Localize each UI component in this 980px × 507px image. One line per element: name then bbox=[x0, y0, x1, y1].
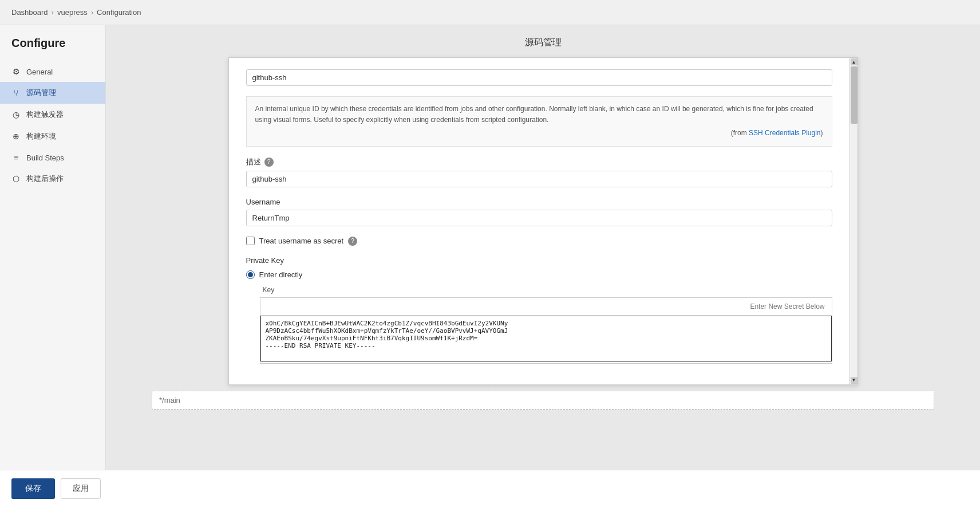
sidebar: Configure ⚙ General ⑂ 源码管理 ◷ 构建触发器 ⊕ 构建环… bbox=[0, 25, 106, 506]
apply-button[interactable]: 应用 bbox=[61, 478, 101, 499]
hexagon-icon: ⬡ bbox=[11, 174, 21, 183]
treat-username-row: Treat username as secret ? bbox=[246, 237, 832, 246]
info-from: (from SSH Credentials Plugin) bbox=[255, 128, 823, 139]
username-group: Username bbox=[246, 198, 832, 226]
id-field-group bbox=[246, 69, 832, 86]
breadcrumb-configuration: Configuration bbox=[97, 8, 141, 17]
bg-input: */main bbox=[152, 391, 934, 410]
sidebar-item-post-build[interactable]: ⬡ 构建后操作 bbox=[0, 168, 105, 190]
bottom-bar: 保存 应用 bbox=[0, 470, 980, 507]
key-textarea[interactable]: x0hC/BkCgYEAICnB+BJEwUtWAC2K2to4zgCb1Z/v… bbox=[260, 316, 832, 361]
sidebar-item-label: 构建后操作 bbox=[26, 174, 64, 184]
sidebar-item-label: 源码管理 bbox=[26, 88, 56, 98]
enter-directly-label: Enter directly bbox=[259, 270, 303, 279]
treat-username-label: Treat username as secret bbox=[259, 237, 344, 245]
sidebar-item-label: Build Steps bbox=[26, 154, 64, 162]
key-secret-box: Enter New Secret Below x0hC/BkCgYEAICnB+… bbox=[260, 297, 832, 364]
breadcrumb: Dashboard › vuepress › Configuration bbox=[0, 0, 980, 25]
key-subsection: Key Enter New Secret Below x0hC/BkCgYEAI… bbox=[260, 286, 832, 364]
modal-scroll-area: An internal unique ID by which these cre… bbox=[229, 58, 858, 384]
username-label: Username bbox=[246, 198, 832, 206]
breadcrumb-vuepress[interactable]: vuepress bbox=[57, 8, 88, 17]
sidebar-item-trigger[interactable]: ◷ 构建触发器 bbox=[0, 104, 105, 125]
sidebar-item-label: 构建触发器 bbox=[26, 109, 64, 120]
credentials-modal: ▲ ▼ An internal unique ID by which these… bbox=[228, 57, 858, 385]
gear-icon: ⚙ bbox=[11, 67, 21, 76]
sidebar-title: Configure bbox=[0, 37, 105, 61]
enter-directly-radio[interactable] bbox=[246, 270, 255, 279]
branch-icon: ⑂ bbox=[11, 88, 21, 97]
ssh-plugin-link[interactable]: SSH Credentials Plugin bbox=[749, 129, 820, 137]
treat-username-help-icon[interactable]: ? bbox=[348, 237, 357, 246]
breadcrumb-sep-2: › bbox=[91, 8, 93, 17]
list-icon: ≡ bbox=[11, 153, 21, 162]
section-title: 源码管理 bbox=[123, 37, 963, 49]
treat-username-checkbox[interactable] bbox=[246, 237, 255, 245]
sidebar-item-env[interactable]: ⊕ 构建环境 bbox=[0, 125, 105, 147]
description-label: 描述 ? bbox=[246, 157, 832, 167]
breadcrumb-dashboard[interactable]: Dashboard bbox=[11, 8, 48, 17]
private-key-label: Private Key bbox=[246, 256, 832, 265]
sidebar-item-label: General bbox=[26, 68, 53, 76]
description-help-icon[interactable]: ? bbox=[264, 158, 274, 167]
save-button[interactable]: 保存 bbox=[11, 478, 55, 499]
info-box: An internal unique ID by which these cre… bbox=[246, 96, 832, 147]
main-content: 源码管理 ▲ ▼ An internal unique ID by which … bbox=[106, 25, 980, 506]
clock-icon: ◷ bbox=[11, 110, 21, 119]
key-label: Key bbox=[263, 286, 832, 294]
description-group: 描述 ? bbox=[246, 157, 832, 187]
breadcrumb-sep-1: › bbox=[52, 8, 54, 17]
description-input[interactable] bbox=[246, 171, 832, 187]
sidebar-item-source[interactable]: ⑂ 源码管理 bbox=[0, 82, 105, 104]
bg-content: */main bbox=[123, 391, 963, 410]
enter-directly-row: Enter directly bbox=[246, 270, 832, 279]
globe-icon: ⊕ bbox=[11, 132, 21, 141]
private-key-section: Private Key Enter directly Key Enter New… bbox=[246, 256, 832, 364]
sidebar-item-general[interactable]: ⚙ General bbox=[0, 61, 105, 82]
modal-scrollbar[interactable]: ▲ ▼ bbox=[849, 58, 858, 384]
key-secret-header: Enter New Secret Below bbox=[260, 298, 832, 316]
sidebar-item-build-steps[interactable]: ≡ Build Steps bbox=[0, 147, 105, 168]
username-input[interactable] bbox=[246, 210, 832, 226]
info-text: An internal unique ID by which these cre… bbox=[255, 105, 813, 124]
sidebar-item-label: 构建环境 bbox=[26, 131, 56, 142]
id-input[interactable] bbox=[246, 69, 832, 86]
